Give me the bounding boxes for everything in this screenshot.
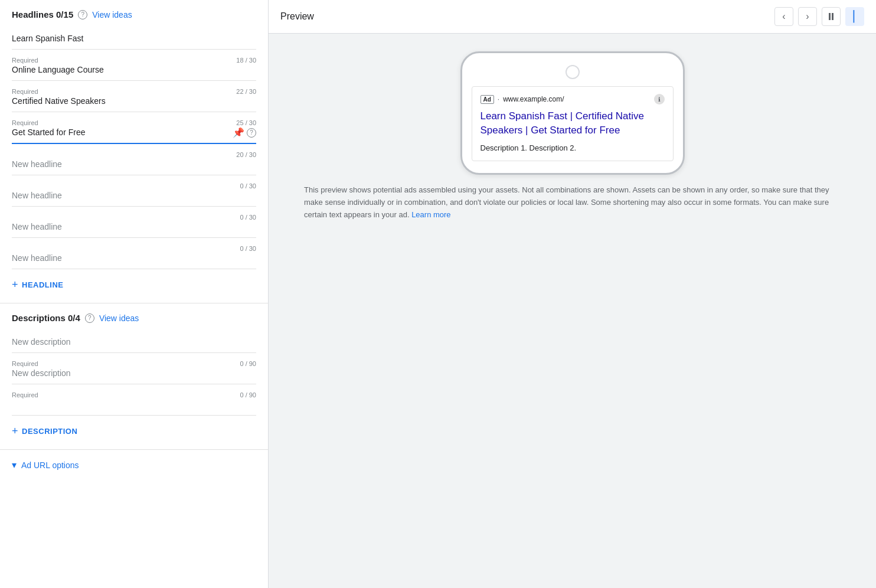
phone-camera bbox=[566, 65, 580, 79]
headline-field-0: Learn Spanish Fast bbox=[12, 29, 256, 50]
pause-icon bbox=[829, 13, 833, 20]
descriptions-section: Descriptions 0/4 ? View ideas New descri… bbox=[0, 303, 268, 445]
ad-label-row: Ad · www.example.com/ ℹ bbox=[481, 94, 665, 104]
headline-value-4[interactable]: New headline bbox=[12, 158, 256, 172]
ad-label: Ad · www.example.com/ bbox=[481, 95, 564, 104]
headline-label-1: Required 18 / 30 bbox=[12, 52, 256, 64]
chevron-left-icon: ‹ bbox=[782, 11, 785, 22]
add-headline-button[interactable]: + HEADLINE bbox=[0, 272, 75, 298]
headline-label-7: 0 / 30 bbox=[12, 240, 256, 252]
preview-forward-button[interactable]: › bbox=[798, 7, 817, 26]
mobile-icon: ⎢ bbox=[852, 10, 858, 23]
description-value-1[interactable]: New description bbox=[12, 367, 256, 381]
preview-header: Preview ‹ › ⎢ bbox=[269, 0, 876, 34]
headline-field-4: 20 / 30 New headline bbox=[12, 146, 256, 175]
ad-info-icon[interactable]: ℹ bbox=[654, 94, 665, 104]
headline-value-1[interactable]: Online Language Course bbox=[12, 64, 256, 78]
chevron-right-icon: › bbox=[806, 11, 809, 22]
descriptions-help-icon[interactable]: ? bbox=[85, 313, 94, 323]
headlines-help-icon[interactable]: ? bbox=[78, 10, 87, 19]
headline-value-6[interactable]: New headline bbox=[12, 221, 256, 235]
preview-content: Ad · www.example.com/ ℹ Learn Spanish Fa… bbox=[269, 34, 876, 588]
description-label-1: Required 0 / 90 bbox=[12, 355, 256, 367]
headlines-fields: Learn Spanish Fast Required 18 / 30 Onli… bbox=[0, 27, 268, 269]
headline-field-3: Required 25 / 30 Get Started for Free 📌 … bbox=[12, 115, 256, 144]
description-field-2: Required 0 / 90 bbox=[12, 387, 256, 416]
description-label-2: Required 0 / 90 bbox=[12, 387, 256, 398]
description-field-1: Required 0 / 90 New description bbox=[12, 355, 256, 384]
ad-url-label: Ad URL options bbox=[21, 460, 79, 470]
add-headline-plus-icon: + bbox=[12, 279, 18, 291]
add-headline-label: HEADLINE bbox=[22, 280, 63, 289]
right-panel: Preview ‹ › ⎢ Ad · www.ex bbox=[269, 0, 876, 588]
phone-mockup: Ad · www.example.com/ ℹ Learn Spanish Fa… bbox=[460, 51, 685, 175]
headlines-section-header: Headlines 0/15 ? View ideas bbox=[0, 0, 268, 27]
headline-label-4: 20 / 30 bbox=[12, 146, 256, 158]
ad-url: www.example.com/ bbox=[503, 95, 564, 103]
ad-url-options-row[interactable]: ▾ Ad URL options bbox=[0, 450, 268, 480]
headline-value-5[interactable]: New headline bbox=[12, 190, 256, 204]
add-description-button[interactable]: + DESCRIPTION bbox=[0, 418, 89, 445]
preview-pause-button[interactable] bbox=[822, 7, 841, 26]
field-help-icon-3[interactable]: ? bbox=[247, 128, 256, 138]
ad-description: Description 1. Description 2. bbox=[481, 142, 665, 154]
add-description-label: DESCRIPTION bbox=[22, 427, 77, 436]
pin-icon-3[interactable]: 📌 bbox=[233, 127, 244, 138]
headline-field-6: 0 / 30 New headline bbox=[12, 209, 256, 238]
description-field-0: New description bbox=[12, 332, 256, 353]
headline-actions-3: 📌 ? bbox=[233, 127, 256, 138]
preview-title: Preview bbox=[280, 11, 770, 22]
headline-field-5: 0 / 30 New headline bbox=[12, 178, 256, 207]
descriptions-title: Descriptions 0/4 bbox=[12, 313, 80, 323]
headline-value-7[interactable]: New headline bbox=[12, 252, 256, 266]
descriptions-view-ideas[interactable]: View ideas bbox=[99, 313, 139, 323]
headline-label-3: Required 25 / 30 bbox=[12, 115, 256, 126]
ad-headline[interactable]: Learn Spanish Fast | Certified Native Sp… bbox=[481, 109, 665, 138]
preview-back-button[interactable]: ‹ bbox=[774, 7, 793, 26]
headline-value-2[interactable]: Certified Native Speakers bbox=[12, 95, 256, 109]
descriptions-fields: New description Required 0 / 90 New desc… bbox=[0, 330, 268, 416]
headline-label-5: 0 / 30 bbox=[12, 178, 256, 190]
headline-value-0[interactable]: Learn Spanish Fast bbox=[12, 29, 256, 47]
ad-dot: · bbox=[498, 95, 499, 103]
ad-card: Ad · www.example.com/ ℹ Learn Spanish Fa… bbox=[472, 86, 674, 161]
ad-url-chevron-icon: ▾ bbox=[12, 459, 17, 471]
headline-field-7: 0 / 30 New headline bbox=[12, 240, 256, 269]
description-value-0[interactable]: New description bbox=[12, 332, 256, 350]
left-panel: Headlines 0/15 ? View ideas Learn Spanis… bbox=[0, 0, 269, 588]
headline-label-6: 0 / 30 bbox=[12, 209, 256, 221]
add-description-plus-icon: + bbox=[12, 425, 18, 437]
ad-badge: Ad bbox=[481, 95, 494, 104]
ad-url-options-section: ▾ Ad URL options bbox=[0, 449, 268, 480]
preview-note: This preview shows potential ads assembl… bbox=[286, 175, 858, 230]
headlines-title: Headlines 0/15 bbox=[12, 9, 73, 19]
learn-more-link[interactable]: Learn more bbox=[411, 210, 450, 219]
headline-value-3[interactable]: Get Started for Free bbox=[12, 126, 256, 141]
headline-field-1: Required 18 / 30 Online Language Course bbox=[12, 52, 256, 81]
mobile-device-button[interactable]: ⎢ bbox=[845, 7, 864, 26]
headline-label-2: Required 22 / 30 bbox=[12, 83, 256, 95]
preview-note-text: This preview shows potential ads assembl… bbox=[304, 185, 829, 219]
descriptions-section-header: Descriptions 0/4 ? View ideas bbox=[0, 303, 268, 330]
description-value-2[interactable] bbox=[12, 398, 256, 413]
headlines-view-ideas[interactable]: View ideas bbox=[92, 10, 132, 19]
headline-field-2: Required 22 / 30 Certified Native Speake… bbox=[12, 83, 256, 112]
